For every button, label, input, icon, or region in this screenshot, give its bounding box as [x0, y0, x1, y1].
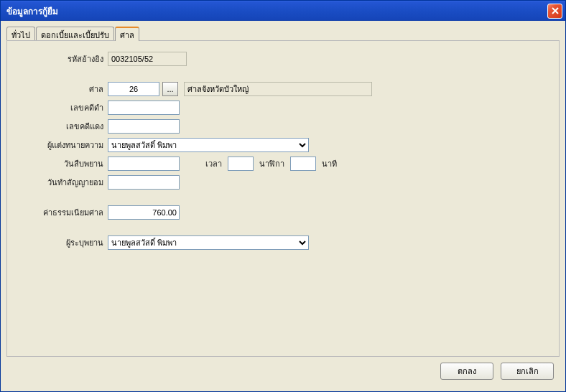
- attorney-select[interactable]: นายพูลสวัสดิ์ พิมพา: [108, 138, 309, 152]
- row-black-case: เลขคดีดำ: [14, 100, 552, 116]
- court-fee-input[interactable]: [108, 205, 180, 220]
- label-time: เวลา: [180, 157, 228, 170]
- tab-interest-fine[interactable]: ดอกเบี้ยและเบี้ยปรับ: [36, 27, 114, 41]
- court-lookup-button[interactable]: ...: [162, 82, 178, 96]
- close-button[interactable]: [547, 4, 562, 19]
- label-ref-code: รหัสอ้างอิง: [14, 52, 108, 65]
- content-area: ทั่วไป ดอกเบี้ยและเบี้ยปรับ ศาล รหัสอ้าง…: [1, 21, 565, 391]
- label-red-case: เลขคดีแดง: [14, 120, 108, 133]
- label-black-case: เลขคดีดำ: [14, 101, 108, 114]
- window-title: ข้อมูลการกู้ยืม: [6, 4, 547, 18]
- row-witness-date: วันสืบพยาน เวลา นาฬิกา นาที: [14, 156, 552, 172]
- row-ref-code: รหัสอ้างอิง 0032105/52: [14, 51, 552, 67]
- ok-button[interactable]: ตกลง: [440, 363, 493, 380]
- row-court: ศาล ... ศาลจังหวัดบัวใหญ่: [14, 81, 552, 97]
- witness-specifier-select[interactable]: นายพูลสวัสดิ์ พิมพา: [108, 235, 309, 250]
- black-case-input[interactable]: [108, 101, 180, 115]
- row-attorney: ผู้แต่งทนายความ นายพูลสวัสดิ์ พิมพา: [14, 137, 552, 153]
- witness-date-input[interactable]: [108, 157, 180, 171]
- titlebar: ข้อมูลการกู้ยืม: [1, 1, 565, 21]
- time-minutes-input[interactable]: [290, 157, 316, 171]
- time-hours-input[interactable]: [228, 157, 254, 171]
- label-court-fee: ค่าธรรมเนียมศาล: [14, 206, 108, 219]
- label-attorney: ผู้แต่งทนายความ: [14, 139, 108, 151]
- tab-bar: ทั่วไป ดอกเบี้ยและเบี้ยปรับ ศาล: [6, 27, 560, 41]
- court-name-display: ศาลจังหวัดบัวใหญ่: [184, 82, 372, 96]
- tab-panel-court: รหัสอ้างอิง 0032105/52 ศาล ... ศาลจังหวั…: [6, 40, 560, 357]
- label-minutes: นาที: [316, 157, 343, 170]
- label-contract-date: วันทำสัญญายอม: [14, 176, 108, 189]
- row-witness-specifier: ผู้ระบุพยาน นายพูลสวัสดิ์ พิมพา: [14, 235, 552, 251]
- court-code-input[interactable]: [108, 82, 159, 96]
- bottom-bar: ตกลง ยกเลิก: [6, 357, 560, 386]
- ref-code-display: 0032105/52: [108, 52, 187, 66]
- label-witness-specifier: ผู้ระบุพยาน: [14, 236, 108, 249]
- cancel-button[interactable]: ยกเลิก: [501, 363, 554, 380]
- row-contract-date: วันทำสัญญายอม: [14, 174, 552, 190]
- row-red-case: เลขคดีแดง: [14, 118, 552, 134]
- red-case-input[interactable]: [108, 119, 180, 134]
- tab-general[interactable]: ทั่วไป: [6, 27, 35, 41]
- row-court-fee: ค่าธรรมเนียมศาล: [14, 205, 552, 220]
- contract-date-input[interactable]: [108, 175, 180, 190]
- window: ข้อมูลการกู้ยืม ทั่วไป ดอกเบี้ยและเบี้ยป…: [0, 0, 566, 392]
- tab-court[interactable]: ศาล: [115, 27, 139, 41]
- label-hours: นาฬิกา: [254, 157, 290, 170]
- label-court: ศาล: [14, 83, 108, 95]
- close-icon: [552, 7, 559, 14]
- label-witness-date: วันสืบพยาน: [14, 157, 108, 170]
